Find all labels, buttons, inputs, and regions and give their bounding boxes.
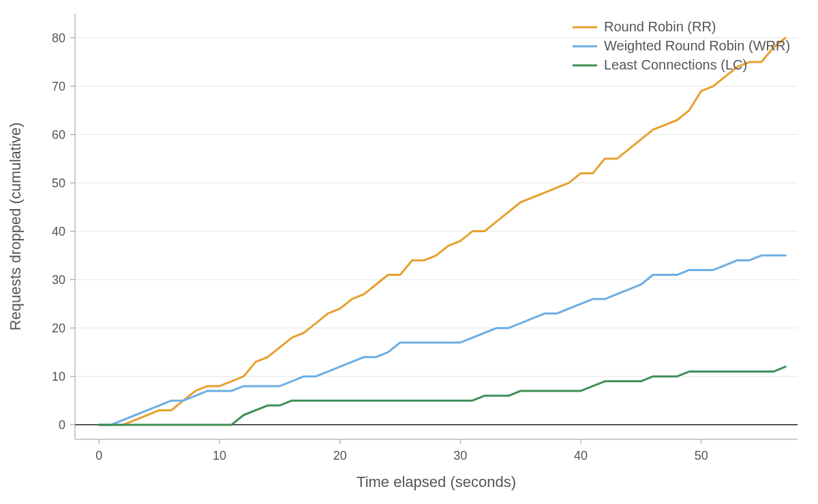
x-tick-labels: 0 10 20 30 40 50 — [95, 449, 708, 462]
legend-label-wrr: Weighted Round Robin (WRR) — [604, 38, 790, 53]
y-axis-label: Requests dropped (cumulative) — [7, 123, 24, 331]
legend-label-lc: Least Connections (LC) — [604, 57, 747, 72]
chart-container: Time elapsed (seconds) Requests dropped … — [0, 0, 818, 504]
y-tick-80: 80 — [52, 31, 65, 45]
y-tick-40: 40 — [52, 225, 65, 238]
series-line-lc — [99, 366, 785, 424]
legend-item-wrr: Weighted Round Robin (WRR) — [573, 38, 790, 53]
y-tick-labels: 0 10 20 30 40 50 60 70 80 — [52, 31, 65, 432]
y-tick-0: 0 — [59, 418, 65, 432]
legend-item-rr: Round Robin (RR) — [573, 19, 716, 34]
legend-label-rr: Round Robin (RR) — [604, 19, 716, 34]
chart-svg: Time elapsed (seconds) Requests dropped … — [0, 0, 818, 504]
legend-item-lc: Least Connections (LC) — [573, 57, 747, 72]
y-tick-70: 70 — [52, 80, 65, 93]
series-line-wrr — [99, 255, 785, 425]
x-tick-30: 30 — [453, 449, 467, 462]
x-tick-40: 40 — [574, 449, 588, 462]
y-tick-20: 20 — [52, 321, 65, 335]
x-tick-50: 50 — [695, 449, 708, 462]
y-tick-60: 60 — [52, 128, 65, 142]
y-tick-30: 30 — [52, 273, 65, 287]
x-tick-10: 10 — [213, 449, 226, 462]
y-tick-50: 50 — [52, 176, 65, 190]
x-tick-20: 20 — [333, 449, 347, 462]
x-axis-label: Time elapsed (seconds) — [357, 473, 516, 490]
y-tick-10: 10 — [52, 370, 65, 383]
legend: Round Robin (RR) Weighted Round Robin (W… — [573, 19, 790, 72]
x-tick-0: 0 — [95, 449, 102, 462]
